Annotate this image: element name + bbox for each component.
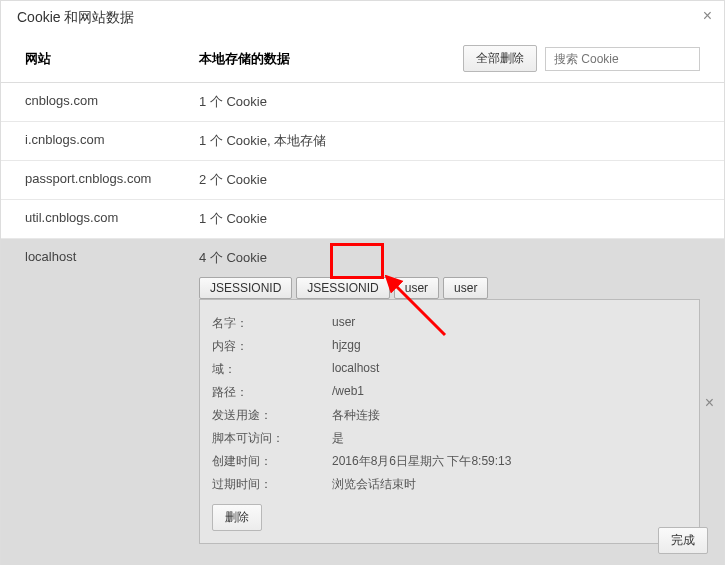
detail-label-send: 发送用途：: [212, 407, 332, 424]
dialog-footer: 完成: [658, 527, 708, 554]
column-header-site: 网站: [25, 50, 199, 68]
cookie-tag[interactable]: user: [394, 277, 439, 299]
dialog-header: Cookie 和网站数据 ×: [1, 1, 724, 39]
detail-value-domain: localhost: [332, 361, 687, 378]
table-row-expanded[interactable]: localhost 4 个 Cookie JSESSIONID JSESSION…: [1, 239, 724, 565]
detail-label-path: 路径：: [212, 384, 332, 401]
delete-cookie-button[interactable]: 删除: [212, 504, 262, 531]
detail-value-expires: 浏览会话结束时: [332, 476, 687, 493]
column-header-local: 本地存储的数据: [199, 50, 463, 68]
detail-value-path: /web1: [332, 384, 687, 401]
cookie-detail-panel: 名字：user 内容：hjzgg 域：localhost 路径：/web1 发送…: [199, 299, 700, 544]
row-site: passport.cnblogs.com: [25, 171, 199, 189]
search-input[interactable]: [545, 47, 700, 71]
detail-label-created: 创建时间：: [212, 453, 332, 470]
detail-value-script: 是: [332, 430, 687, 447]
close-icon[interactable]: ×: [703, 7, 712, 25]
detail-label-name: 名字：: [212, 315, 332, 332]
toolbar: 网站 本地存储的数据 全部删除: [1, 39, 724, 83]
cookie-tag[interactable]: JSESSIONID: [296, 277, 389, 299]
dialog-title: Cookie 和网站数据: [17, 9, 134, 25]
rows-container: cnblogs.com 1 个 Cookie i.cnblogs.com 1 个…: [1, 83, 724, 565]
detail-value-content: hjzgg: [332, 338, 687, 355]
detail-label-expires: 过期时间：: [212, 476, 332, 493]
detail-label-domain: 域：: [212, 361, 332, 378]
row-site: i.cnblogs.com: [25, 132, 199, 150]
cookie-dialog: Cookie 和网站数据 × 网站 本地存储的数据 全部删除 cnblogs.c…: [0, 0, 725, 565]
row-desc: 1 个 Cookie: [199, 93, 700, 111]
detail-value-name: user: [332, 315, 687, 332]
detail-label-script: 脚本可访问：: [212, 430, 332, 447]
row-site: util.cnblogs.com: [25, 210, 199, 228]
cookie-tag[interactable]: user: [443, 277, 488, 299]
cookie-tags: JSESSIONID JSESSIONID user user: [199, 277, 700, 299]
row-desc: 1 个 Cookie, 本地存储: [199, 132, 700, 150]
row-desc: 2 个 Cookie: [199, 171, 700, 189]
table-row[interactable]: cnblogs.com 1 个 Cookie: [1, 83, 724, 122]
row-site: cnblogs.com: [25, 93, 199, 111]
table-row[interactable]: passport.cnblogs.com 2 个 Cookie: [1, 161, 724, 200]
row-desc: 1 个 Cookie: [199, 210, 700, 228]
row-desc: 4 个 Cookie: [199, 249, 700, 267]
row-site: localhost: [25, 249, 199, 267]
table-row[interactable]: util.cnblogs.com 1 个 Cookie: [1, 200, 724, 239]
detail-value-created: 2016年8月6日星期六 下午8:59:13: [332, 453, 687, 470]
delete-all-button[interactable]: 全部删除: [463, 45, 537, 72]
done-button[interactable]: 完成: [658, 527, 708, 554]
detail-label-content: 内容：: [212, 338, 332, 355]
table-row[interactable]: i.cnblogs.com 1 个 Cookie, 本地存储: [1, 122, 724, 161]
detail-value-send: 各种连接: [332, 407, 687, 424]
cookie-tag[interactable]: JSESSIONID: [199, 277, 292, 299]
row-delete-icon[interactable]: ×: [705, 394, 714, 412]
